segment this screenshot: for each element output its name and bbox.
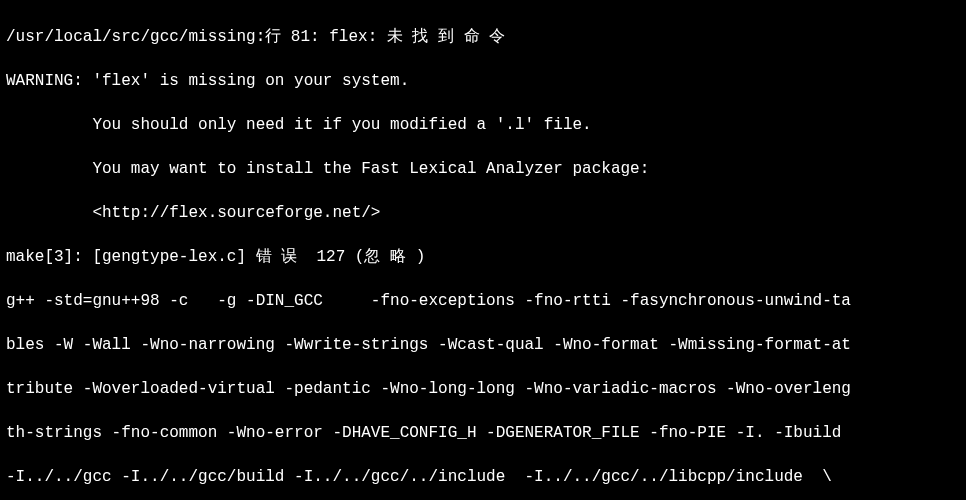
terminal-line: bles -W -Wall -Wno-narrowing -Wwrite-str…: [6, 334, 960, 356]
terminal-line: /usr/local/src/gcc/missing:行 81: flex: 未…: [6, 26, 960, 48]
terminal-line: tribute -Woverloaded-virtual -pedantic -…: [6, 378, 960, 400]
terminal-line: -I../../gcc -I../../gcc/build -I../../gc…: [6, 466, 960, 488]
terminal-output: /usr/local/src/gcc/missing:行 81: flex: 未…: [0, 0, 966, 500]
terminal-line: th-strings -fno-common -Wno-error -DHAVE…: [6, 422, 960, 444]
terminal-line: g++ -std=gnu++98 -c -g -DIN_GCC -fno-exc…: [6, 290, 960, 312]
terminal-line: make[3]: [gengtype-lex.c] 错 误 127 (忽 略 ): [6, 246, 960, 268]
terminal-line: You may want to install the Fast Lexical…: [6, 158, 960, 180]
terminal-line: <http://flex.sourceforge.net/>: [6, 202, 960, 224]
terminal-line: WARNING: 'flex' is missing on your syste…: [6, 70, 960, 92]
terminal-line: You should only need it if you modified …: [6, 114, 960, 136]
